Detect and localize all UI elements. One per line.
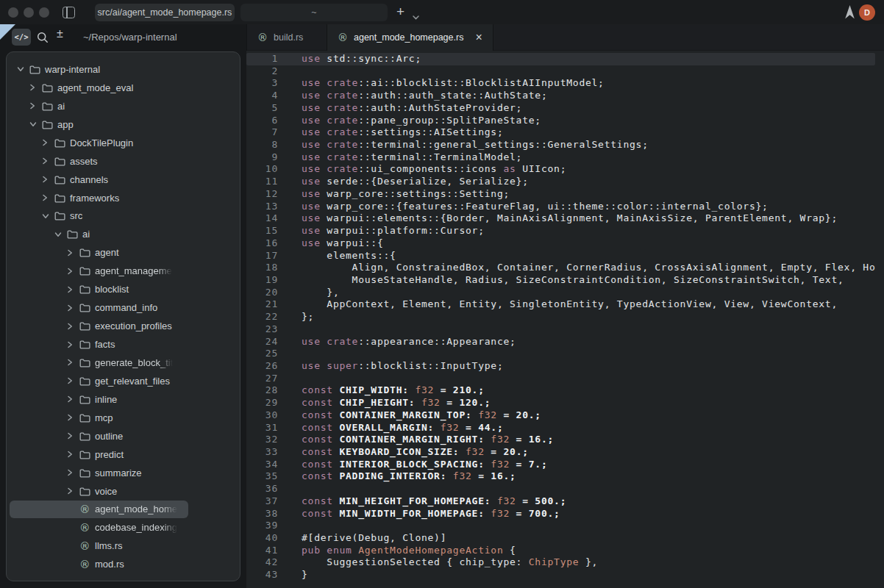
- titlebar-tab-session[interactable]: ~: [240, 4, 388, 21]
- chevron-right-icon[interactable]: [67, 323, 79, 330]
- code-line-18[interactable]: 18 Align, ConstrainedBox, Container, Cor…: [246, 262, 875, 274]
- avatar[interactable]: D: [859, 4, 875, 21]
- code-line-37[interactable]: 37const MIN_HEIGHT_FOR_HOMEPAGE: f32 = 5…: [246, 495, 875, 508]
- chevron-right-icon[interactable]: [42, 194, 54, 201]
- code-line-23[interactable]: 23: [246, 323, 875, 336]
- window-zoom-icon[interactable]: [39, 7, 49, 18]
- code-line-8[interactable]: 8use crate::terminal::general_settings::…: [246, 139, 875, 151]
- tree-item-command-info[interactable]: command_info: [7, 298, 240, 317]
- tree-item-inline[interactable]: inline: [7, 390, 240, 409]
- code-line-41[interactable]: 41pub enum AgentModeHomepageAction {: [246, 545, 875, 557]
- chevron-right-icon[interactable]: [42, 139, 54, 146]
- tree-item-summarize[interactable]: summarize: [7, 464, 240, 482]
- close-icon[interactable]: ×: [475, 32, 482, 43]
- tree-item-execution-profiles[interactable]: execution_profiles: [7, 317, 240, 335]
- tree-item-app[interactable]: app: [7, 115, 240, 134]
- code-line-33[interactable]: 33const KEYBOARD_ICON_SIZE: f32 = 20.;: [246, 446, 875, 459]
- chevron-right-icon[interactable]: [67, 487, 79, 495]
- code-line-28[interactable]: 28const CHIP_WIDTH: f32 = 210.;: [246, 384, 875, 397]
- warp-logo-icon[interactable]: [843, 4, 857, 23]
- code-line-35[interactable]: 35const PADDING_INTERIOR: f32 = 16.;: [246, 470, 875, 483]
- tree-item-llms-rs[interactable]: ®llms.rs: [7, 537, 240, 555]
- chevron-right-icon[interactable]: [67, 432, 79, 440]
- code-line-34[interactable]: 34const INTERIOR_BLOCK_SPACING: f32 = 7.…: [246, 459, 875, 471]
- code-line-1[interactable]: 1use std::sync::Arc;: [246, 53, 875, 65]
- tree-item-agent-manageme[interactable]: agent_manageme: [7, 262, 240, 280]
- chevron-down-icon[interactable]: [29, 121, 42, 127]
- code-line-20[interactable]: 20 },: [246, 287, 875, 299]
- tree-item-warp-internal[interactable]: warp-internal: [7, 60, 240, 79]
- chevron-right-icon[interactable]: [67, 286, 79, 293]
- code-line-6[interactable]: 6use crate::pane_group::SplitPaneState;: [246, 115, 875, 127]
- code-line-25[interactable]: 25: [246, 348, 875, 360]
- chevron-right-icon[interactable]: [67, 395, 79, 403]
- code-icon[interactable]: </>: [12, 29, 31, 46]
- window-minimize-icon[interactable]: [24, 7, 34, 18]
- chevron-right-icon[interactable]: [67, 304, 79, 312]
- tree-item-agent-mode-eval[interactable]: agent_mode_eval: [7, 79, 240, 97]
- chevron-right-icon[interactable]: [29, 102, 42, 110]
- tree-item-predict[interactable]: predict: [7, 445, 240, 464]
- chevron-right-icon[interactable]: [29, 84, 42, 91]
- tree-item-outline[interactable]: outline: [7, 427, 240, 445]
- code-line-27[interactable]: 27: [246, 373, 875, 385]
- tree-item-docktileplugin[interactable]: DockTilePlugin: [7, 134, 240, 152]
- chevron-right-icon[interactable]: [67, 341, 79, 348]
- chevron-down-icon[interactable]: [54, 232, 67, 237]
- code-line-15[interactable]: 15use warpui::platform::Cursor;: [246, 225, 875, 237]
- tree-item-agent[interactable]: agent: [7, 243, 240, 262]
- code-line-26[interactable]: 26use super::blocklist::InputType;: [246, 360, 875, 373]
- chevron-down-icon[interactable]: [42, 213, 54, 219]
- tree-item-blocklist[interactable]: blocklist: [7, 280, 240, 298]
- code-line-12[interactable]: 12use warp_core::settings::Setting;: [246, 188, 875, 201]
- code-line-9[interactable]: 9use crate::terminal::TerminalModel;: [246, 151, 875, 164]
- tree-item-codebase-indexing[interactable]: ®codebase_indexing: [7, 518, 240, 537]
- editor-tab-agent-mode-homepage-rs[interactable]: ® agent_mode_homepage.rs ×: [327, 24, 493, 51]
- sidebar-toggle-icon[interactable]: [63, 7, 75, 18]
- chevron-right-icon[interactable]: [67, 414, 79, 421]
- code-line-30[interactable]: 30const CONTAINER_MARGIN_TOP: f32 = 20.;: [246, 409, 875, 422]
- chevron-right-icon[interactable]: [42, 157, 54, 165]
- tree-item-mcp[interactable]: mcp: [7, 409, 240, 427]
- code-line-38[interactable]: 38const MIN_WIDTH_FOR_HOMEPAGE: f32 = 70…: [246, 508, 875, 520]
- chevron-right-icon[interactable]: [67, 377, 79, 384]
- tree-item-ai[interactable]: ai: [7, 225, 240, 243]
- code-line-14[interactable]: 14use warpui::elements::{Border, MainAxi…: [246, 212, 875, 225]
- code-line-43[interactable]: 43}: [246, 569, 875, 581]
- chevron-right-icon[interactable]: [67, 451, 79, 458]
- code-line-29[interactable]: 29const CHIP_HEIGHT: f32 = 120.;: [246, 397, 875, 409]
- new-tab-button[interactable]: +: [396, 2, 404, 21]
- chevron-right-icon[interactable]: [42, 176, 54, 183]
- tree-item-voice[interactable]: voice: [7, 482, 240, 501]
- code-line-36[interactable]: 36: [246, 483, 875, 495]
- code-line-24[interactable]: 24use crate::appearance::Appearance;: [246, 336, 875, 348]
- chevron-down-icon[interactable]: [17, 66, 29, 72]
- chevron-right-icon[interactable]: [67, 268, 79, 275]
- tree-item-agent-mode-home[interactable]: ®agent_mode_home: [7, 501, 240, 519]
- tree-item-facts[interactable]: facts: [7, 335, 240, 354]
- code-line-39[interactable]: 39: [246, 520, 875, 532]
- code-line-19[interactable]: 19 MouseStateHandle, Radius, SizeConstra…: [246, 274, 875, 287]
- search-icon[interactable]: [37, 32, 49, 46]
- code-line-16[interactable]: 16use warpui::{: [246, 237, 875, 250]
- tree-item-src[interactable]: src: [7, 207, 240, 226]
- chevron-down-icon[interactable]: [413, 10, 419, 23]
- code-area[interactable]: 1use std::sync::Arc;23use crate::ai::blo…: [246, 51, 875, 588]
- window-close-icon[interactable]: [8, 7, 18, 18]
- chevron-right-icon[interactable]: [67, 249, 79, 257]
- code-line-22[interactable]: 22};: [246, 311, 875, 323]
- tree-item-channels[interactable]: channels: [7, 171, 240, 189]
- tree-item-mod-rs[interactable]: ®mod.rs: [7, 555, 240, 573]
- chevron-right-icon[interactable]: [67, 359, 79, 366]
- chevron-right-icon[interactable]: [67, 469, 79, 476]
- code-line-42[interactable]: 42 SuggestionSelected { chip_type: ChipT…: [246, 556, 875, 569]
- code-line-5[interactable]: 5use crate::auth::AuthStateProvider;: [246, 102, 875, 115]
- diff-icon[interactable]: ±: [57, 27, 63, 40]
- code-line-10[interactable]: 10use crate::ui_components::icons as UII…: [246, 163, 875, 176]
- tree-item-ai[interactable]: ai: [7, 97, 240, 115]
- tree-item-get-relevant-files[interactable]: get_relevant_files: [7, 372, 240, 390]
- code-line-17[interactable]: 17 elements::{: [246, 250, 875, 262]
- code-line-4[interactable]: 4use crate::auth::auth_state::AuthState;: [246, 90, 875, 102]
- code-line-13[interactable]: 13use warp_core::{features::FeatureFlag,…: [246, 201, 875, 213]
- tree-item-generate-block-tit[interactable]: generate_block_tit: [7, 354, 240, 372]
